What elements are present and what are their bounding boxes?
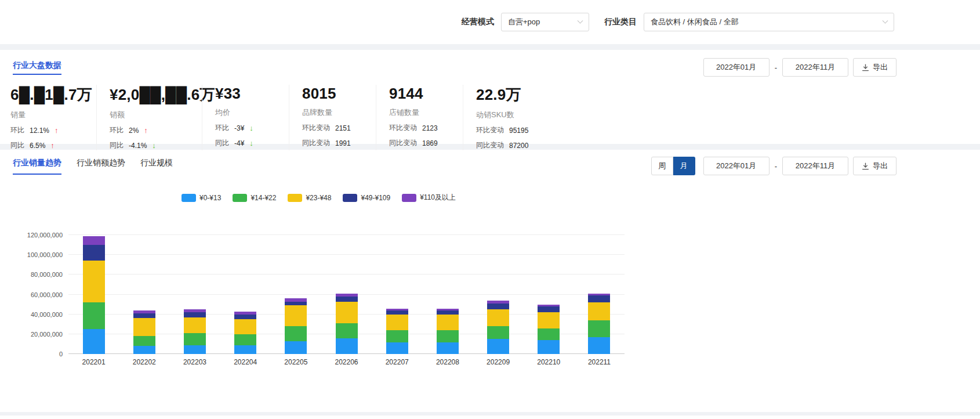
bar-segment[interactable] <box>487 304 509 309</box>
bar-segment[interactable] <box>83 261 105 302</box>
period-option-月[interactable]: 月 <box>673 157 695 175</box>
metric-row-value: 2123 <box>422 124 438 132</box>
bar-segment[interactable] <box>285 341 307 354</box>
chevron-down-icon <box>883 17 888 23</box>
bar-segment[interactable] <box>386 342 408 355</box>
bar-segment[interactable] <box>133 346 155 354</box>
bar-column-202211 <box>574 235 625 354</box>
trend-start-date-picker[interactable]: 2022年01月 <box>703 157 770 175</box>
bar-segment[interactable] <box>538 328 560 341</box>
metric-row-value: 1869 <box>422 139 438 147</box>
bar-column-202202 <box>119 235 169 354</box>
stacked-bar-202203[interactable] <box>184 309 206 354</box>
x-axis-tick-label: 202211 <box>574 358 625 366</box>
legend-swatch-icon <box>343 194 357 202</box>
tab-行业销量趋势[interactable]: 行业销量趋势 <box>13 158 61 175</box>
bar-segment[interactable] <box>487 309 509 326</box>
bar-segment[interactable] <box>386 310 408 315</box>
metric-row-key: 同比变动 <box>476 140 504 150</box>
stacked-bar-202211[interactable] <box>588 294 610 354</box>
metric-row-key: 环比变动 <box>389 123 417 133</box>
bar-segment[interactable] <box>437 342 459 355</box>
stacked-bar-202207[interactable] <box>386 309 408 354</box>
trend-end-date-picker[interactable]: 2022年11月 <box>782 157 848 175</box>
legend-item[interactable]: ¥14-¥22 <box>233 193 276 203</box>
bar-segment[interactable] <box>285 305 307 326</box>
metric-trend-row: 环比12.1%↑ <box>10 125 87 135</box>
bar-segment[interactable] <box>234 334 256 345</box>
bar-segment[interactable] <box>133 318 155 336</box>
category-select[interactable]: 食品饮料 / 休闲食品 / 全部 <box>644 13 894 31</box>
metric-row-value: -4¥ <box>234 139 244 147</box>
y-axis-tick-label: 40,000,000 <box>13 311 63 318</box>
overview-export-button[interactable]: 导出 <box>853 58 896 77</box>
overview-start-date-picker[interactable]: 2022年01月 <box>703 58 770 77</box>
stacked-bar-202209[interactable] <box>487 301 509 354</box>
legend-item[interactable]: ¥0-¥13 <box>182 193 221 203</box>
stacked-bar-202201[interactable] <box>83 236 105 354</box>
stacked-bar-202210[interactable] <box>538 305 560 354</box>
legend-item[interactable]: ¥23-¥48 <box>288 193 331 203</box>
y-axis-tick-label: 60,000,000 <box>13 291 63 298</box>
overview-card: 行业大盘数据 2022年01月 - 2022年11月 导出 6█.█1█.7万销… <box>0 50 980 144</box>
bar-segment[interactable] <box>83 302 105 329</box>
legend-label: ¥0-¥13 <box>199 194 221 202</box>
bar-segment[interactable] <box>437 315 459 330</box>
bar-segment[interactable] <box>538 312 560 328</box>
overview-title[interactable]: 行业大盘数据 <box>13 60 61 75</box>
bar-segment[interactable] <box>336 338 358 354</box>
stacked-bar-202202[interactable] <box>133 310 155 354</box>
stacked-bar-202205[interactable] <box>285 298 307 354</box>
bar-segment[interactable] <box>386 315 408 330</box>
bar-segment[interactable] <box>588 320 610 337</box>
bar-segment[interactable] <box>133 336 155 346</box>
tab-行业销额趋势[interactable]: 行业销额趋势 <box>77 158 125 175</box>
y-axis-tick-label: 80,000,000 <box>13 271 63 278</box>
bar-segment[interactable] <box>184 345 206 354</box>
bar-segment[interactable] <box>437 310 459 315</box>
bar-segment[interactable] <box>588 337 610 354</box>
bar-segment[interactable] <box>184 317 206 333</box>
bar-segment[interactable] <box>234 319 256 334</box>
legend-swatch-icon <box>182 194 196 202</box>
bar-segment[interactable] <box>588 302 610 320</box>
bar-segment[interactable] <box>234 345 256 354</box>
bar-segment[interactable] <box>538 306 560 312</box>
trend-export-button[interactable]: 导出 <box>853 157 896 175</box>
bar-segment[interactable] <box>83 236 105 245</box>
bar-segment[interactable] <box>285 302 307 306</box>
stacked-bar-202208[interactable] <box>437 309 459 354</box>
bar-segment[interactable] <box>487 339 509 354</box>
bar-segment[interactable] <box>538 340 560 354</box>
bar-segment[interactable] <box>336 323 358 338</box>
period-option-周[interactable]: 周 <box>651 157 673 175</box>
bar-segment[interactable] <box>336 297 358 302</box>
metric-value: ¥2,0██,██.6万 <box>110 85 193 105</box>
bar-segment[interactable] <box>487 326 509 339</box>
bar-segment[interactable] <box>83 329 105 354</box>
bar-segment[interactable] <box>184 333 206 345</box>
bar-segment[interactable] <box>386 330 408 342</box>
x-axis-tick-label: 202207 <box>372 358 422 366</box>
bar-segment[interactable] <box>285 326 307 341</box>
metric-row-value: -3¥ <box>234 124 244 132</box>
stacked-bar-chart: 020,000,00040,000,00060,000,00080,000,00… <box>13 235 625 354</box>
x-axis-tick-label: 202209 <box>473 358 524 366</box>
mode-select[interactable]: 自营+pop <box>501 13 589 31</box>
legend-item[interactable]: ¥49-¥109 <box>343 193 390 203</box>
metric-trend-row: 同比-4.1%↓ <box>110 140 193 150</box>
overview-end-date-picker[interactable]: 2022年11月 <box>782 58 848 77</box>
legend-item[interactable]: ¥110及以上 <box>402 193 456 203</box>
bar-segment[interactable] <box>588 295 610 302</box>
bar-segment[interactable] <box>83 245 105 261</box>
stacked-bar-202204[interactable] <box>234 312 256 354</box>
stacked-bar-202206[interactable] <box>336 294 358 354</box>
bar-segment[interactable] <box>336 302 358 324</box>
bar-segment[interactable] <box>133 313 155 319</box>
bar-segment[interactable] <box>184 312 206 317</box>
bar-segment[interactable] <box>437 330 459 342</box>
metric-row-key: 同比 <box>10 140 24 150</box>
metric-row-key: 同比 <box>110 140 124 150</box>
bar-segment[interactable] <box>234 315 256 320</box>
tab-行业规模[interactable]: 行业规模 <box>140 158 173 175</box>
